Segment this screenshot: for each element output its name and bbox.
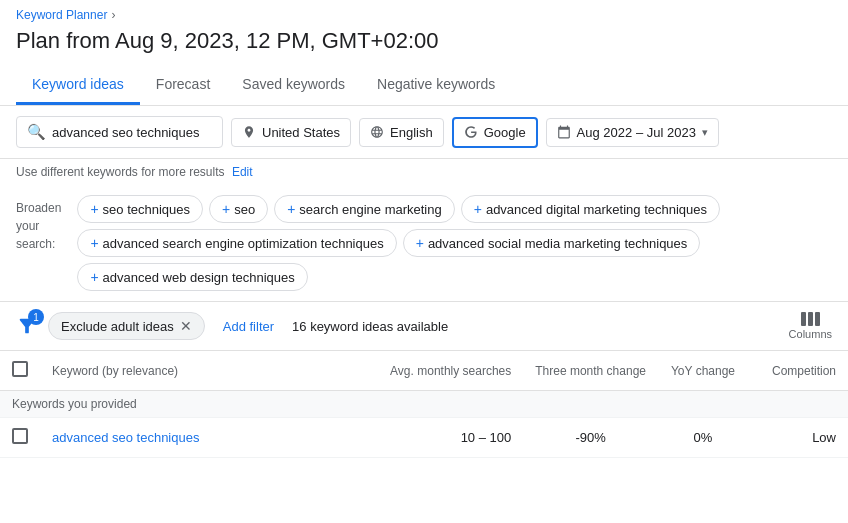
plus-icon: +: [287, 201, 295, 217]
breadcrumb-arrow: ›: [111, 8, 115, 22]
language-icon: [370, 125, 384, 139]
col-header-checkbox: [0, 351, 40, 391]
select-all-checkbox[interactable]: [12, 361, 28, 377]
plus-icon: +: [416, 235, 424, 251]
exclude-adult-label: Exclude adult ideas: [61, 319, 174, 334]
filter-badge: 1: [28, 309, 44, 325]
col-header-avg-monthly: Avg. monthly searches: [378, 351, 523, 391]
results-count: 16 keyword ideas available: [292, 319, 779, 334]
chevron-down-icon: ▾: [702, 126, 708, 139]
col-header-three-month: Three month change: [523, 351, 658, 391]
broaden-chip-asmmt[interactable]: + advanced social media marketing techni…: [403, 229, 701, 257]
search-box[interactable]: 🔍: [16, 116, 223, 148]
breadcrumb[interactable]: Keyword Planner ›: [16, 8, 832, 22]
keywords-table: Keyword (by relevance) Avg. monthly sear…: [0, 351, 848, 458]
google-icon: [464, 125, 478, 139]
col-header-competition: Competition: [748, 351, 848, 391]
keyword-link[interactable]: advanced seo techniques: [52, 430, 199, 445]
tab-negative-keywords[interactable]: Negative keywords: [361, 66, 511, 105]
plus-icon: +: [90, 235, 98, 251]
three-month-cell: -90%: [523, 418, 658, 458]
use-different-text: Use different keywords for more results: [16, 165, 225, 179]
columns-icon: [801, 312, 820, 326]
language-filter[interactable]: English: [359, 118, 444, 147]
language-label: English: [390, 125, 433, 140]
section-header-label: Keywords you provided: [0, 391, 848, 418]
section-header-row: Keywords you provided: [0, 391, 848, 418]
network-filter[interactable]: Google: [452, 117, 538, 148]
close-icon[interactable]: ✕: [180, 318, 192, 334]
location-icon: [242, 125, 256, 139]
broaden-chip-sem[interactable]: + search engine marketing: [274, 195, 455, 223]
broaden-chip-admt[interactable]: + advanced digital marketing techniques: [461, 195, 720, 223]
page-title: Plan from Aug 9, 2023, 12 PM, GMT+02:00: [16, 28, 832, 54]
broaden-chip-aseot[interactable]: + advanced search engine optimization te…: [77, 229, 396, 257]
tab-keyword-ideas[interactable]: Keyword ideas: [16, 66, 140, 105]
columns-button[interactable]: Columns: [789, 312, 832, 340]
edit-link[interactable]: Edit: [232, 165, 253, 179]
search-input[interactable]: [52, 125, 212, 140]
location-filter[interactable]: United States: [231, 118, 351, 147]
competition-cell: Low: [748, 418, 848, 458]
broaden-chip-awdt[interactable]: + advanced web design techniques: [77, 263, 307, 291]
broaden-chips: + seo techniques + seo + search engine m…: [77, 195, 832, 291]
keyword-cell: advanced seo techniques: [40, 418, 378, 458]
tab-saved-keywords[interactable]: Saved keywords: [226, 66, 361, 105]
broaden-label: Broaden your search:: [16, 195, 61, 253]
col-header-yoy: YoY change: [658, 351, 748, 391]
broaden-chip-seo[interactable]: + seo: [209, 195, 268, 223]
yoy-cell: 0%: [658, 418, 748, 458]
plus-icon: +: [222, 201, 230, 217]
col-header-keyword: Keyword (by relevance): [40, 351, 378, 391]
add-filter-button[interactable]: Add filter: [215, 315, 282, 338]
broaden-section: Broaden your search: + seo techniques + …: [0, 185, 848, 302]
plus-icon: +: [474, 201, 482, 217]
avg-monthly-cell: 10 – 100: [378, 418, 523, 458]
row-checkbox-cell[interactable]: [0, 418, 40, 458]
plus-icon: +: [90, 269, 98, 285]
exclude-adult-chip[interactable]: Exclude adult ideas ✕: [48, 312, 205, 340]
plus-icon: +: [90, 201, 98, 217]
filter-button[interactable]: 1: [16, 315, 38, 337]
search-icon: 🔍: [27, 123, 46, 141]
tabs-container: Keyword ideas Forecast Saved keywords Ne…: [16, 66, 832, 105]
network-label: Google: [484, 125, 526, 140]
table-row: advanced seo techniques 10 – 100 -90% 0%…: [0, 418, 848, 458]
location-label: United States: [262, 125, 340, 140]
breadcrumb-text: Keyword Planner: [16, 8, 107, 22]
date-range-label: Aug 2022 – Jul 2023: [577, 125, 696, 140]
broaden-chip-seo-techniques[interactable]: + seo techniques: [77, 195, 203, 223]
filter-bar: 🔍 United States English Google Aug 2022 …: [0, 106, 848, 159]
columns-label: Columns: [789, 328, 832, 340]
row-checkbox[interactable]: [12, 428, 28, 444]
date-filter[interactable]: Aug 2022 – Jul 2023 ▾: [546, 118, 719, 147]
calendar-icon: [557, 125, 571, 139]
results-bar: 1 Exclude adult ideas ✕ Add filter 16 ke…: [0, 302, 848, 351]
use-different-bar: Use different keywords for more results …: [0, 159, 848, 185]
tab-forecast[interactable]: Forecast: [140, 66, 226, 105]
